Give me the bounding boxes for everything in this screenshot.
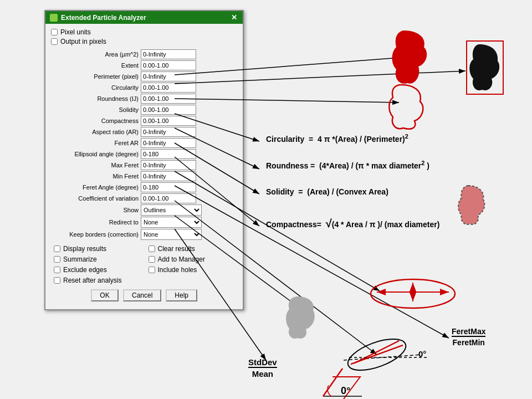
- solidity-dashed-blob: [454, 183, 488, 227]
- filled-blob-shape: [388, 28, 432, 89]
- svg-line-27: [323, 369, 342, 396]
- svg-line-6: [175, 99, 399, 103]
- svg-line-4: [175, 57, 407, 75]
- svg-line-15: [175, 229, 266, 360]
- svg-line-8: [175, 128, 259, 169]
- svg-line-25: [351, 345, 403, 364]
- svg-line-10: [175, 157, 259, 226]
- stddev-blob: [283, 294, 319, 344]
- svg-line-7: [175, 114, 259, 141]
- compactness-formula: Compactness= √(4 * Area / π )/ (max diam…: [266, 217, 439, 230]
- roundness-formula: Roundness = (4*Area) / (π * max diameter…: [266, 160, 429, 170]
- svg-line-9: [175, 143, 259, 194]
- angle-shape: [320, 366, 365, 399]
- hollow-blob-shape: [385, 82, 427, 132]
- svg-point-23: [371, 279, 455, 308]
- solidity-formula: Solidity = (Area) / (Convex Area): [266, 187, 388, 196]
- boxed-blob-shape: [466, 40, 504, 95]
- feret-fraction: FeretMax FeretMin: [452, 327, 485, 347]
- zero-deg-side: 0°: [418, 349, 426, 359]
- stddev-mean-formula: StdDev Mean: [248, 357, 277, 378]
- circularity-formula: Circularity = 4 π *(Area) / (Perimeter)2: [266, 133, 408, 144]
- aspect-ratio-ellipse: [369, 277, 457, 310]
